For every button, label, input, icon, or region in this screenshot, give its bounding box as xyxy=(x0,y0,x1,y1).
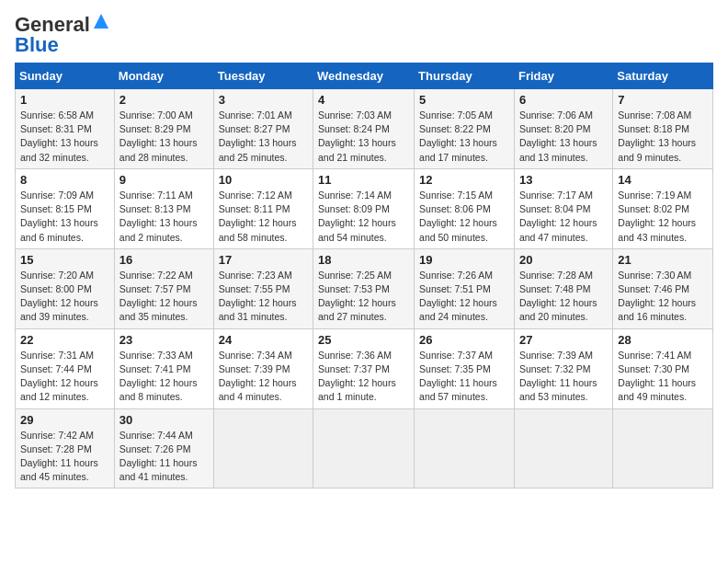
day-detail: Sunrise: 7:44 AMSunset: 7:26 PMDaylight:… xyxy=(119,430,198,483)
calendar-cell: 14 Sunrise: 7:19 AMSunset: 8:02 PMDaylig… xyxy=(613,168,713,248)
day-number: 20 xyxy=(519,253,608,267)
svg-marker-0 xyxy=(94,14,108,29)
day-detail: Sunrise: 7:05 AMSunset: 8:22 PMDaylight:… xyxy=(419,109,497,163)
calendar-cell: 25 Sunrise: 7:36 AMSunset: 7:37 PMDaylig… xyxy=(313,328,415,408)
day-number: 14 xyxy=(618,173,708,187)
day-detail: Sunrise: 7:22 AMSunset: 7:57 PMDaylight:… xyxy=(119,270,198,323)
day-detail: Sunrise: 7:12 AMSunset: 8:11 PMDaylight:… xyxy=(219,190,297,243)
day-detail: Sunrise: 7:23 AMSunset: 7:55 PMDaylight:… xyxy=(219,270,297,323)
day-number: 24 xyxy=(219,333,308,347)
logo: General Blue xyxy=(15,15,110,55)
day-number: 26 xyxy=(419,333,509,347)
day-detail: Sunrise: 7:19 AMSunset: 8:02 PMDaylight:… xyxy=(618,190,696,243)
calendar-cell xyxy=(514,408,612,488)
calendar-cell: 7 Sunrise: 7:08 AMSunset: 8:18 PMDayligh… xyxy=(613,89,713,169)
day-number: 9 xyxy=(119,173,209,187)
calendar-cell: 13 Sunrise: 7:17 AMSunset: 8:04 PMDaylig… xyxy=(514,168,612,248)
day-detail: Sunrise: 6:58 AMSunset: 8:31 PMDaylight:… xyxy=(20,109,98,163)
calendar-cell: 11 Sunrise: 7:14 AMSunset: 8:09 PMDaylig… xyxy=(313,168,415,248)
calendar-cell: 21 Sunrise: 7:30 AMSunset: 7:46 PMDaylig… xyxy=(613,248,713,328)
day-number: 12 xyxy=(419,173,509,187)
calendar-cell: 22 Sunrise: 7:31 AMSunset: 7:44 PMDaylig… xyxy=(16,328,115,408)
day-detail: Sunrise: 7:20 AMSunset: 8:00 PMDaylight:… xyxy=(20,270,98,323)
day-number: 15 xyxy=(20,253,109,267)
calendar-cell xyxy=(613,408,713,488)
calendar-cell xyxy=(313,408,415,488)
day-number: 16 xyxy=(119,253,209,267)
day-detail: Sunrise: 7:37 AMSunset: 7:35 PMDaylight:… xyxy=(419,350,497,403)
calendar-cell: 29 Sunrise: 7:42 AMSunset: 7:28 PMDaylig… xyxy=(16,408,115,488)
day-detail: Sunrise: 7:17 AMSunset: 8:04 PMDaylight:… xyxy=(519,190,597,243)
day-detail: Sunrise: 7:01 AMSunset: 8:27 PMDaylight:… xyxy=(219,109,297,163)
calendar-cell: 16 Sunrise: 7:22 AMSunset: 7:57 PMDaylig… xyxy=(114,248,213,328)
day-detail: Sunrise: 7:09 AMSunset: 8:15 PMDaylight:… xyxy=(20,190,98,243)
day-number: 23 xyxy=(119,333,209,347)
day-number: 8 xyxy=(20,173,109,187)
day-number: 1 xyxy=(20,93,109,107)
day-number: 17 xyxy=(219,253,308,267)
calendar-cell: 10 Sunrise: 7:12 AMSunset: 8:11 PMDaylig… xyxy=(213,168,313,248)
calendar-header-saturday: Saturday xyxy=(613,63,713,89)
calendar-cell: 8 Sunrise: 7:09 AMSunset: 8:15 PMDayligh… xyxy=(16,168,115,248)
day-number: 4 xyxy=(318,93,409,107)
calendar-cell: 30 Sunrise: 7:44 AMSunset: 7:26 PMDaylig… xyxy=(114,408,213,488)
logo-general: General xyxy=(15,15,90,35)
calendar-header-sunday: Sunday xyxy=(16,63,115,89)
calendar-week-row: 8 Sunrise: 7:09 AMSunset: 8:15 PMDayligh… xyxy=(16,168,713,248)
day-number: 2 xyxy=(119,93,209,107)
logo-blue: Blue xyxy=(15,35,59,55)
day-number: 21 xyxy=(618,253,708,267)
calendar-cell: 12 Sunrise: 7:15 AMSunset: 8:06 PMDaylig… xyxy=(415,168,515,248)
day-detail: Sunrise: 7:26 AMSunset: 7:51 PMDaylight:… xyxy=(419,270,497,323)
calendar-cell xyxy=(415,408,515,488)
calendar-header-row: SundayMondayTuesdayWednesdayThursdayFrid… xyxy=(16,63,713,89)
calendar-week-row: 22 Sunrise: 7:31 AMSunset: 7:44 PMDaylig… xyxy=(16,328,713,408)
day-detail: Sunrise: 7:25 AMSunset: 7:53 PMDaylight:… xyxy=(318,270,396,323)
calendar-cell: 9 Sunrise: 7:11 AMSunset: 8:13 PMDayligh… xyxy=(114,168,213,248)
day-number: 11 xyxy=(318,173,409,187)
day-detail: Sunrise: 7:34 AMSunset: 7:39 PMDaylight:… xyxy=(219,350,297,403)
calendar-cell: 4 Sunrise: 7:03 AMSunset: 8:24 PMDayligh… xyxy=(313,89,415,169)
day-detail: Sunrise: 7:14 AMSunset: 8:09 PMDaylight:… xyxy=(318,190,396,243)
calendar-header-friday: Friday xyxy=(514,63,612,89)
day-number: 22 xyxy=(20,333,109,347)
calendar-cell: 3 Sunrise: 7:01 AMSunset: 8:27 PMDayligh… xyxy=(213,89,313,169)
day-number: 19 xyxy=(419,253,509,267)
calendar-cell: 15 Sunrise: 7:20 AMSunset: 8:00 PMDaylig… xyxy=(16,248,115,328)
day-detail: Sunrise: 7:36 AMSunset: 7:37 PMDaylight:… xyxy=(318,350,396,403)
calendar-header-wednesday: Wednesday xyxy=(313,63,415,89)
calendar-cell: 20 Sunrise: 7:28 AMSunset: 7:48 PMDaylig… xyxy=(514,248,612,328)
calendar-cell: 18 Sunrise: 7:25 AMSunset: 7:53 PMDaylig… xyxy=(313,248,415,328)
calendar-cell: 23 Sunrise: 7:33 AMSunset: 7:41 PMDaylig… xyxy=(114,328,213,408)
calendar-cell: 27 Sunrise: 7:39 AMSunset: 7:32 PMDaylig… xyxy=(514,328,612,408)
calendar-body: 1 Sunrise: 6:58 AMSunset: 8:31 PMDayligh… xyxy=(16,89,713,488)
calendar-cell: 26 Sunrise: 7:37 AMSunset: 7:35 PMDaylig… xyxy=(415,328,515,408)
calendar-week-row: 1 Sunrise: 6:58 AMSunset: 8:31 PMDayligh… xyxy=(16,89,713,169)
day-number: 7 xyxy=(618,93,708,107)
day-number: 30 xyxy=(119,413,209,427)
day-detail: Sunrise: 7:08 AMSunset: 8:18 PMDaylight:… xyxy=(618,109,696,163)
day-detail: Sunrise: 7:41 AMSunset: 7:30 PMDaylight:… xyxy=(618,350,696,403)
calendar: SundayMondayTuesdayWednesdayThursdayFrid… xyxy=(15,63,713,488)
day-number: 13 xyxy=(519,173,608,187)
calendar-cell: 6 Sunrise: 7:06 AMSunset: 8:20 PMDayligh… xyxy=(514,89,612,169)
calendar-week-row: 15 Sunrise: 7:20 AMSunset: 8:00 PMDaylig… xyxy=(16,248,713,328)
day-detail: Sunrise: 7:00 AMSunset: 8:29 PMDaylight:… xyxy=(119,109,198,163)
day-number: 5 xyxy=(419,93,509,107)
calendar-cell: 17 Sunrise: 7:23 AMSunset: 7:55 PMDaylig… xyxy=(213,248,313,328)
calendar-header-monday: Monday xyxy=(114,63,213,89)
calendar-cell xyxy=(213,408,313,488)
calendar-cell: 28 Sunrise: 7:41 AMSunset: 7:30 PMDaylig… xyxy=(613,328,713,408)
day-detail: Sunrise: 7:28 AMSunset: 7:48 PMDaylight:… xyxy=(519,270,597,323)
day-number: 3 xyxy=(219,93,308,107)
day-detail: Sunrise: 7:06 AMSunset: 8:20 PMDaylight:… xyxy=(519,109,597,163)
day-detail: Sunrise: 7:30 AMSunset: 7:46 PMDaylight:… xyxy=(618,270,696,323)
calendar-week-row: 29 Sunrise: 7:42 AMSunset: 7:28 PMDaylig… xyxy=(16,408,713,488)
day-detail: Sunrise: 7:11 AMSunset: 8:13 PMDaylight:… xyxy=(119,190,198,243)
calendar-cell: 19 Sunrise: 7:26 AMSunset: 7:51 PMDaylig… xyxy=(415,248,515,328)
calendar-cell: 24 Sunrise: 7:34 AMSunset: 7:39 PMDaylig… xyxy=(213,328,313,408)
calendar-cell: 1 Sunrise: 6:58 AMSunset: 8:31 PMDayligh… xyxy=(16,89,115,169)
day-detail: Sunrise: 7:03 AMSunset: 8:24 PMDaylight:… xyxy=(318,109,396,163)
day-number: 10 xyxy=(219,173,308,187)
day-number: 28 xyxy=(618,333,708,347)
